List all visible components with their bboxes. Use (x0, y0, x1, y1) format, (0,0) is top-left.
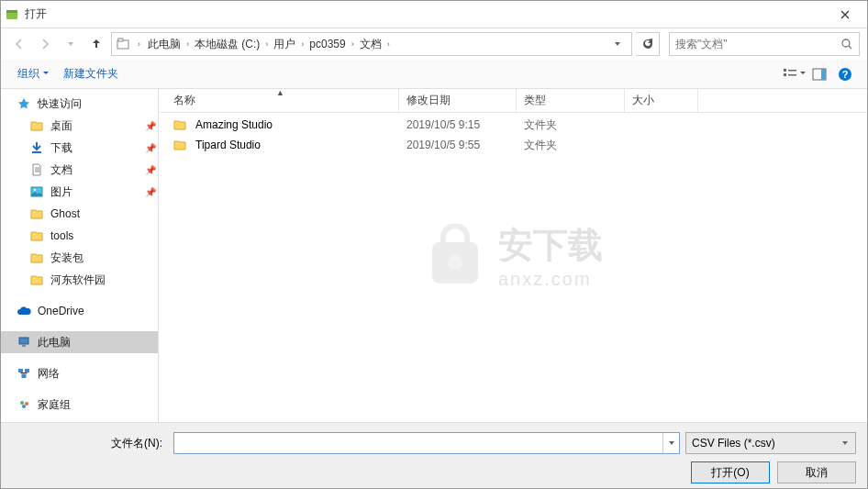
sidebar-onedrive[interactable]: OneDrive (1, 300, 158, 322)
svg-rect-17 (18, 369, 23, 372)
svg-text:?: ? (842, 69, 849, 80)
document-icon (28, 162, 45, 177)
help-button[interactable]: ? (832, 63, 858, 85)
svg-point-20 (20, 401, 24, 405)
crumb-this-pc[interactable]: 此电脑 (146, 37, 183, 52)
crumb-drive[interactable]: 本地磁盘 (C:) (193, 37, 262, 52)
organize-menu[interactable]: 组织 (10, 62, 56, 85)
folder-icon (28, 272, 45, 287)
sidebar-install-pkg[interactable]: 安装包 (1, 247, 158, 269)
svg-rect-18 (25, 369, 29, 372)
search-box[interactable] (669, 32, 860, 56)
file-type: 文件夹 (517, 117, 625, 133)
pin-icon: 📌 (143, 121, 158, 131)
sidebar-this-pc[interactable]: 此电脑 (1, 331, 158, 353)
breadcrumb: 此电脑› 本地磁盘 (C:)› 用户› pc0359› 文档› (144, 37, 613, 52)
sidebar: 快速访问 桌面📌 下载📌 文档📌 图片📌 Ghost tools 安装包 河东软… (1, 89, 159, 422)
folder-icon (173, 119, 190, 130)
sidebar-ghost[interactable]: Ghost (1, 203, 158, 225)
network-icon (16, 366, 32, 381)
sidebar-hedong[interactable]: 河东软件园 (1, 269, 158, 291)
svg-rect-3 (118, 39, 123, 41)
file-row[interactable]: Tipard Studio 2019/10/5 9:55 文件夹 (166, 135, 867, 155)
crumb-user[interactable]: pc0359 (307, 38, 347, 50)
toolbar: 组织 新建文件夹 ? (1, 60, 867, 89)
file-name: Amazing Studio (195, 118, 273, 131)
column-date[interactable]: 修改日期 (399, 89, 517, 112)
file-row[interactable]: Amazing Studio 2019/10/5 9:15 文件夹 (166, 115, 867, 135)
svg-point-22 (22, 405, 26, 408)
svg-point-21 (25, 402, 28, 406)
file-type-filter[interactable]: CSV Files (*.csv) (685, 432, 856, 454)
folder-icon (28, 206, 45, 221)
sidebar-homegroup[interactable]: 家庭组 (1, 394, 158, 416)
app-icon (5, 7, 19, 22)
navbar: › 此电脑› 本地磁盘 (C:)› 用户› pc0359› 文档› (1, 28, 867, 60)
refresh-button[interactable] (636, 32, 660, 56)
search-icon[interactable] (835, 38, 859, 50)
titlebar: 打开 (1, 1, 867, 28)
close-button[interactable] (827, 2, 863, 28)
chevron-right-icon: › (134, 39, 144, 49)
svg-rect-15 (19, 338, 28, 344)
pin-icon: 📌 (143, 165, 158, 175)
svg-point-4 (842, 39, 850, 47)
svg-point-24 (448, 255, 462, 270)
column-size[interactable]: 大小 (625, 89, 698, 112)
file-type: 文件夹 (517, 138, 625, 153)
star-icon (16, 96, 32, 111)
computer-icon (16, 335, 32, 350)
chevron-right-icon: › (262, 39, 272, 49)
watermark: 安下载 anxz.com (423, 222, 603, 290)
file-date: 2019/10/5 9:15 (399, 118, 517, 131)
file-rows: Amazing Studio 2019/10/5 9:15 文件夹 Tipard… (159, 113, 867, 155)
filename-combo[interactable] (173, 432, 680, 454)
recent-dropdown[interactable] (60, 33, 82, 55)
svg-rect-5 (784, 69, 786, 72)
breadcrumb-dropdown[interactable] (613, 39, 631, 49)
svg-rect-6 (784, 73, 786, 76)
new-folder-button[interactable]: 新建文件夹 (56, 62, 126, 85)
svg-rect-10 (821, 69, 826, 80)
svg-point-14 (34, 189, 36, 191)
search-input[interactable] (670, 38, 835, 50)
filename-dropdown[interactable] (662, 433, 679, 453)
back-button[interactable] (8, 33, 30, 55)
download-icon (28, 140, 45, 155)
crumb-documents[interactable]: 文档 (358, 37, 384, 52)
svg-rect-8 (788, 74, 796, 76)
folder-icon (173, 139, 190, 150)
column-type[interactable]: 类型 (517, 89, 625, 112)
forward-button[interactable] (34, 33, 56, 55)
folder-icon (28, 118, 45, 133)
open-button[interactable]: 打开(O) (691, 461, 770, 483)
pin-icon: 📌 (143, 143, 158, 153)
filename-input[interactable] (174, 433, 662, 453)
cloud-icon (16, 304, 32, 318)
file-date: 2019/10/5 9:55 (399, 139, 517, 151)
pin-icon: 📌 (143, 187, 158, 197)
filename-label: 文件名(N): (12, 436, 168, 451)
svg-rect-19 (22, 374, 27, 378)
bottom-panel: 文件名(N): CSV Files (*.csv) 打开(O) 取消 (1, 422, 867, 489)
sidebar-desktop[interactable]: 桌面📌 (1, 115, 158, 137)
sidebar-downloads[interactable]: 下载📌 (1, 137, 158, 159)
chevron-right-icon: › (384, 39, 394, 49)
cancel-button[interactable]: 取消 (777, 461, 856, 483)
sort-indicator-icon: ▲ (276, 88, 284, 97)
body: 快速访问 桌面📌 下载📌 文档📌 图片📌 Ghost tools 安装包 河东软… (1, 89, 867, 422)
sidebar-pictures[interactable]: 图片📌 (1, 181, 158, 203)
sidebar-documents[interactable]: 文档📌 (1, 159, 158, 181)
breadcrumb-bar[interactable]: › 此电脑› 本地磁盘 (C:)› 用户› pc0359› 文档› (111, 32, 632, 56)
chevron-right-icon: › (348, 39, 358, 49)
chevron-right-icon: › (183, 39, 193, 49)
sidebar-network[interactable]: 网络 (1, 362, 158, 384)
view-options-button[interactable] (781, 63, 807, 85)
sidebar-tools[interactable]: tools (1, 225, 158, 247)
sidebar-quick-access[interactable]: 快速访问 (1, 93, 158, 115)
preview-pane-button[interactable] (807, 63, 832, 85)
folder-icon (112, 37, 134, 51)
up-button[interactable] (85, 33, 107, 55)
column-headers: ▲ 名称 修改日期 类型 大小 (159, 89, 867, 113)
crumb-users[interactable]: 用户 (272, 37, 297, 52)
